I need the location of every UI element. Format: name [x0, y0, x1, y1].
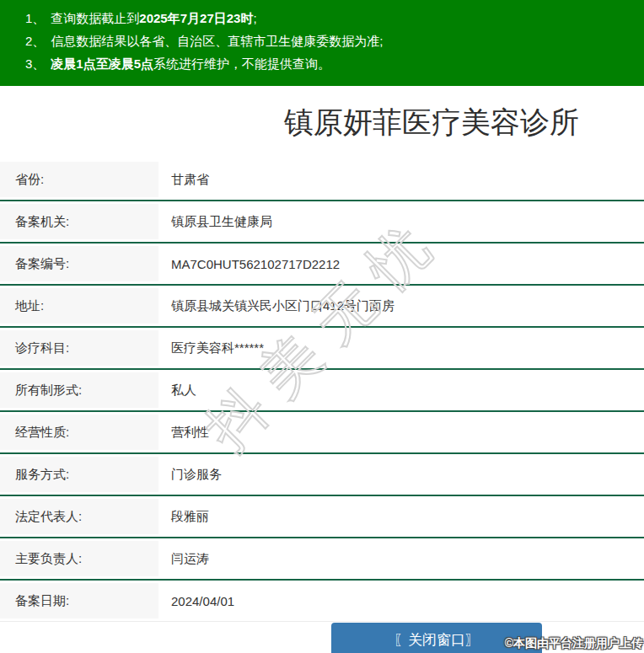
row-value: 镇原县城关镇兴民小区门口412号门面房 — [158, 286, 644, 326]
row-label: 主要负责人: — [0, 538, 158, 579]
notice-number: 1、 — [25, 11, 45, 25]
notice-line-1: 1、查询数据截止到2025年7月27日23时; — [25, 7, 636, 29]
notice-line-3: 3、凌晨1点至凌晨5点系统进行维护，不能提供查询。 — [25, 52, 636, 75]
table-row-address: 地址: 镇原县城关镇兴民小区门口412号门面房 — [0, 286, 644, 328]
row-value: 医疗美容科****** — [158, 328, 644, 368]
row-value: 镇原县卫生健康局 — [158, 201, 644, 242]
row-value: 营利性 — [158, 412, 644, 452]
notice-text-bold: 凌晨1点至凌晨5点 — [51, 56, 153, 71]
row-label: 备案编号: — [0, 244, 158, 284]
page-title: 镇原妍菲医疗美容诊所 — [284, 103, 579, 142]
row-label: 经营性质: — [0, 412, 158, 452]
row-value: 门诊服务 — [158, 454, 644, 495]
row-value: 私人 — [158, 370, 644, 410]
row-label: 法定代表人: — [0, 496, 158, 537]
row-label: 备案机关: — [0, 201, 158, 242]
notice-text: ; — [253, 11, 256, 25]
row-value: 甘肃省 — [158, 159, 644, 200]
notice-text: 系统进行维护，不能提供查询。 — [153, 56, 330, 71]
row-label: 省份: — [0, 159, 158, 200]
table-row-service-mode: 服务方式: 门诊服务 — [0, 454, 644, 496]
row-label: 所有制形式: — [0, 370, 158, 410]
info-table: 省份: 甘肃省 备案机关: 镇原县卫生健康局 备案编号: MA7C0HUT562… — [0, 159, 644, 622]
table-row-main-person-in-charge: 主要负责人: 闫运涛 — [0, 538, 644, 581]
row-label: 服务方式: — [0, 454, 158, 495]
uploader-copyright-stamp: ©本图由平台注册用户上传 — [505, 636, 643, 651]
table-row-filing-date: 备案日期: 2024/04/01 — [0, 581, 644, 622]
title-area: 镇原妍菲医疗美容诊所 — [0, 86, 644, 159]
notice-text: 信息数据结果以各省、自治区、直辖市卫生健康委数据为准; — [51, 34, 383, 48]
row-value: MA7C0HUT562102717D2212 — [158, 244, 644, 284]
row-value: 闫运涛 — [158, 538, 644, 579]
row-label: 诊疗科目: — [0, 328, 158, 368]
table-row-business-nature: 经营性质: 营利性 — [0, 412, 644, 454]
table-row-filing-authority: 备案机关: 镇原县卫生健康局 — [0, 201, 644, 244]
notice-text: 查询数据截止到 — [51, 11, 139, 25]
notice-text-bold: 2025年7月27日23时 — [139, 11, 253, 25]
table-row-legal-representative: 法定代表人: 段雅丽 — [0, 496, 644, 538]
row-value: 段雅丽 — [158, 496, 644, 537]
table-row-filing-number: 备案编号: MA7C0HUT562102717D2212 — [0, 244, 644, 286]
row-label: 备案日期: — [0, 581, 158, 621]
row-value: 2024/04/01 — [158, 581, 644, 621]
row-label: 地址: — [0, 286, 158, 326]
notice-bar: 1、查询数据截止到2025年7月27日23时; 2、信息数据结果以各省、自治区、… — [0, 0, 644, 86]
notice-number: 2、 — [25, 34, 45, 48]
table-row-ownership-form: 所有制形式: 私人 — [0, 370, 644, 412]
table-row-medical-subjects: 诊疗科目: 医疗美容科****** — [0, 328, 644, 370]
table-row-province: 省份: 甘肃省 — [0, 159, 644, 201]
notice-line-2: 2、信息数据结果以各省、自治区、直辖市卫生健康委数据为准; — [25, 29, 636, 52]
notice-number: 3、 — [25, 56, 45, 71]
